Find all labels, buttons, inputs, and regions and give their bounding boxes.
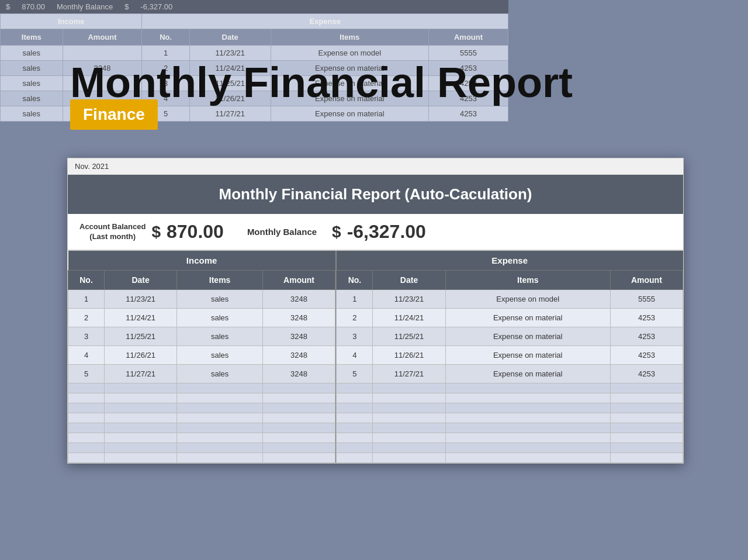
expense-row-date: 11/27/21	[373, 365, 445, 383]
income-row-amount	[262, 423, 335, 433]
income-row-no	[68, 413, 105, 423]
expense-row-no	[337, 423, 373, 433]
expense-row-items: Expense on material	[445, 365, 610, 383]
income-row-no	[68, 433, 105, 443]
income-row-items: sales	[177, 327, 263, 346]
report-date: Nov. 2021	[68, 158, 683, 175]
expense-row-items	[445, 383, 610, 393]
income-row-date	[105, 443, 177, 453]
account-balanced-label: Account Balanced(Last month)	[79, 222, 146, 242]
income-col-date: Date	[105, 271, 177, 290]
income-row-no	[68, 453, 105, 463]
report-card: Nov. 2021 Monthly Financial Report (Auto…	[67, 158, 684, 464]
bg-row-date: 11/23/21	[189, 46, 271, 61]
income-row-amount: 3248	[262, 290, 335, 309]
income-row-amount: 3248	[262, 346, 335, 365]
income-row-date: 11/26/21	[105, 346, 177, 365]
expense-row-date	[373, 443, 445, 453]
bg-row-no: 2	[142, 61, 189, 76]
bg-row-items: sales	[1, 106, 63, 122]
expense-row-no	[337, 413, 373, 423]
bg-row-items: sales	[1, 61, 63, 76]
income-row-amount	[262, 453, 335, 463]
expense-row-date: 11/25/21	[373, 327, 445, 346]
expense-row-no	[337, 383, 373, 393]
expense-row-items	[445, 453, 610, 463]
income-row-no: 5	[68, 365, 105, 383]
income-row-date: 11/24/21	[105, 309, 177, 327]
expense-row-amount	[610, 433, 683, 443]
income-row-items: sales	[177, 290, 263, 309]
expense-row-items: Expense on material	[445, 346, 610, 365]
income-row-amount	[262, 393, 335, 403]
income-row-no	[68, 403, 105, 413]
bg-row-amount	[63, 46, 142, 61]
income-row-items	[177, 383, 263, 393]
expense-row-no	[337, 433, 373, 443]
expense-col-no: No.	[337, 271, 373, 290]
bg-row-items: sales	[1, 91, 63, 106]
income-row-items	[177, 433, 263, 443]
income-row-items	[177, 413, 263, 423]
report-table: Income Expense No. Date Items Amount No.…	[68, 251, 683, 463]
income-row-no: 4	[68, 346, 105, 365]
expense-row-items	[445, 433, 610, 443]
bg-col-no: No.	[142, 29, 189, 46]
monthly-dollar: $	[332, 223, 341, 241]
income-row-date: 11/23/21	[105, 290, 177, 309]
income-row-items	[177, 403, 263, 413]
expense-row-date	[373, 393, 445, 403]
expense-row-date	[373, 413, 445, 423]
expense-row-items: Expense on material	[445, 309, 610, 327]
income-row-items	[177, 443, 263, 453]
expense-row-no: 3	[337, 327, 373, 346]
expense-row-amount	[610, 423, 683, 433]
bg-col-items: Items	[1, 29, 63, 46]
bg-row-amount: 3248	[63, 61, 142, 76]
expense-row-date: 11/23/21	[373, 290, 445, 309]
income-row-items	[177, 423, 263, 433]
bg-col-amount: Amount	[63, 29, 142, 46]
expense-row-amount	[610, 443, 683, 453]
expense-row-items	[445, 423, 610, 433]
expense-row-date	[373, 453, 445, 463]
bg-row-items: sales	[1, 76, 63, 91]
bg-row-amount	[63, 76, 142, 91]
income-row-date	[105, 423, 177, 433]
expense-row-no	[337, 443, 373, 453]
bg-monthly-label: Monthly Balance	[57, 2, 113, 11]
income-row-date	[105, 393, 177, 403]
income-col-amount: Amount	[262, 271, 335, 290]
bg-monthly-value: -6,327.00	[140, 2, 172, 11]
bg-row-date: 11/25/21	[189, 76, 271, 91]
monthly-value: -6,327.00	[347, 221, 426, 243]
expense-row-date: 11/26/21	[373, 346, 445, 365]
bg-row-exp-amount: 4253	[429, 106, 508, 122]
income-row-date	[105, 383, 177, 393]
expense-row-date: 11/24/21	[373, 309, 445, 327]
income-row-date: 11/25/21	[105, 327, 177, 346]
income-row-amount	[262, 443, 335, 453]
expense-row-no: 5	[337, 365, 373, 383]
income-row-amount: 3248	[262, 309, 335, 327]
expense-row-amount: 4253	[610, 309, 683, 327]
bg-monthly-dollar: $	[124, 2, 129, 11]
expense-row-items: Expense on material	[445, 327, 610, 346]
finance-badge: Finance	[70, 99, 158, 130]
expense-row-amount: 4253	[610, 346, 683, 365]
bg-row-date: 11/27/21	[189, 106, 271, 122]
income-row-items: sales	[177, 365, 263, 383]
bg-balance-value: 870.00	[22, 2, 45, 11]
income-row-amount	[262, 413, 335, 423]
bg-row-exp-items: Expense on material	[271, 76, 428, 91]
expense-row-no	[337, 403, 373, 413]
income-row-amount	[262, 403, 335, 413]
expense-row-no: 4	[337, 346, 373, 365]
account-dollar: $	[151, 223, 161, 241]
bg-row-items: sales	[1, 46, 63, 61]
expense-row-amount	[610, 393, 683, 403]
expense-row-no: 1	[337, 290, 373, 309]
income-row-no	[68, 423, 105, 433]
bg-row-date: 11/26/21	[189, 91, 271, 106]
bg-row-no: 1	[142, 46, 189, 61]
